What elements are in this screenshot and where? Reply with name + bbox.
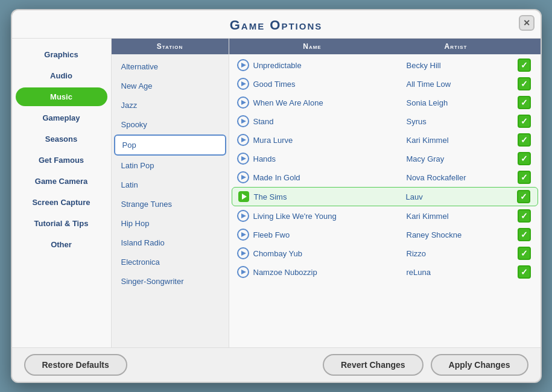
track-name: Good Times (253, 80, 407, 89)
track-checkbox[interactable]: ✓ (515, 190, 533, 203)
checkbox-checked: ✓ (518, 265, 531, 279)
revert-changes-button[interactable]: Revert Changes (323, 354, 424, 376)
track-checkbox[interactable]: ✓ (515, 209, 533, 223)
station-item-singer-songwriter[interactable]: Singer-Songwriter (114, 272, 226, 291)
footer-right: Revert Changes Apply Changes (323, 354, 528, 376)
play-icon (236, 228, 250, 241)
track-name: Unpredictable (253, 61, 407, 70)
track-name: Mura Lurve (253, 136, 407, 145)
track-name: Fleeb Fwo (253, 230, 407, 239)
track-row[interactable]: Mura LurveKari Kimmel✓ (232, 131, 538, 149)
track-row[interactable]: Living Like We're YoungKari Kimmel✓ (232, 207, 538, 225)
station-item-spooky[interactable]: Spooky (114, 115, 226, 134)
svg-marker-11 (241, 156, 246, 161)
track-row[interactable]: Namzoe NubozzipreLuna✓ (232, 263, 538, 281)
dialog-footer: Restore Defaults Revert Changes Apply Ch… (12, 347, 541, 382)
col-artist-header: Artist (396, 39, 516, 54)
nav-item-get-famous[interactable]: Get Famous (16, 151, 107, 169)
track-artist: Kari Kimmel (407, 212, 515, 221)
track-artist: Lauv (406, 192, 515, 201)
nav-item-gameplay[interactable]: Gameplay (16, 109, 107, 127)
checkbox-checked: ✓ (518, 228, 531, 241)
checkbox-checked: ✓ (518, 209, 531, 223)
track-row[interactable]: UnpredictableBecky Hill✓ (232, 56, 538, 74)
track-artist: Rizzo (407, 249, 515, 258)
track-checkbox[interactable]: ✓ (515, 152, 533, 165)
game-options-dialog: Game Options ✕ GraphicsAudioMusicGamepla… (11, 9, 542, 383)
nav-item-other[interactable]: Other (16, 235, 107, 254)
station-item-latin-pop[interactable]: Latin Pop (114, 156, 226, 175)
left-nav: GraphicsAudioMusicGameplaySeasonsGet Fam… (12, 39, 112, 347)
track-name: Stand (253, 117, 407, 126)
nav-item-seasons[interactable]: Seasons (16, 130, 107, 148)
track-artist: Becky Hill (407, 61, 515, 70)
track-artist: Kari Kimmel (407, 136, 515, 145)
station-item-pop[interactable]: Pop (114, 134, 226, 156)
track-row[interactable]: Fleeb FwoRaney Shockne✓ (232, 226, 538, 244)
station-item-strange-tunes[interactable]: Strange Tunes (114, 195, 226, 213)
station-panel: Station AlternativeNew AgeJazzSpookyPopL… (112, 39, 229, 347)
track-name: Namzoe Nubozzip (253, 268, 407, 277)
track-name: Hands (253, 154, 407, 163)
track-name: The Sims (254, 192, 406, 201)
track-artist: Nova Rockafeller (407, 173, 515, 182)
svg-marker-13 (241, 175, 246, 180)
dialog-title: Game Options (12, 10, 541, 39)
col-name-header: Name (229, 39, 396, 54)
svg-marker-5 (241, 100, 246, 105)
track-artist: Raney Shockne (407, 230, 515, 239)
checkbox-checked: ✓ (518, 115, 531, 128)
svg-marker-7 (241, 119, 246, 124)
track-row[interactable]: StandSyrus✓ (232, 112, 538, 130)
restore-defaults-button[interactable]: Restore Defaults (24, 354, 127, 376)
play-icon (236, 115, 250, 128)
track-checkbox[interactable]: ✓ (515, 247, 533, 260)
track-artist: Macy Gray (407, 154, 515, 163)
tracks-header: Name Artist (229, 39, 541, 54)
track-row[interactable]: Good TimesAll Time Low✓ (232, 75, 538, 93)
track-artist: All Time Low (407, 80, 515, 89)
close-button[interactable]: ✕ (519, 15, 535, 31)
svg-marker-9 (241, 138, 246, 142)
station-item-hip-hop[interactable]: Hip Hop (114, 214, 226, 233)
nav-item-game-camera[interactable]: Game Camera (16, 172, 107, 191)
track-checkbox[interactable]: ✓ (515, 77, 533, 90)
checkbox-checked: ✓ (518, 247, 531, 260)
track-name: Living Like We're Young (253, 212, 407, 221)
track-row[interactable]: Chombay YubRizzo✓ (232, 244, 538, 262)
station-item-jazz[interactable]: Jazz (114, 96, 226, 115)
play-icon (236, 247, 250, 260)
track-row[interactable]: HandsMacy Gray✓ (232, 150, 538, 168)
apply-changes-button[interactable]: Apply Changes (431, 354, 528, 376)
track-checkbox[interactable]: ✓ (515, 265, 533, 279)
svg-marker-21 (241, 251, 246, 256)
col-check-header (516, 39, 541, 54)
checkbox-checked: ✓ (518, 171, 531, 184)
track-artist: Syrus (407, 117, 515, 126)
track-name: When We Are Alone (253, 98, 407, 107)
play-icon (236, 133, 250, 147)
station-item-new-age[interactable]: New Age (114, 77, 226, 95)
track-checkbox[interactable]: ✓ (515, 228, 533, 241)
track-checkbox[interactable]: ✓ (515, 58, 533, 72)
track-checkbox[interactable]: ✓ (515, 133, 533, 147)
nav-item-screen-capture[interactable]: Screen Capture (16, 193, 107, 212)
track-name: Chombay Yub (253, 249, 407, 258)
track-row[interactable]: The SimsLauv✓ (232, 187, 538, 206)
track-checkbox[interactable]: ✓ (515, 115, 533, 128)
station-item-island-radio[interactable]: Island Radio (114, 233, 226, 252)
nav-item-graphics[interactable]: Graphics (16, 45, 107, 64)
track-row[interactable]: When We Are AloneSonia Leigh✓ (232, 93, 538, 112)
nav-item-audio[interactable]: Audio (16, 66, 107, 85)
track-checkbox[interactable]: ✓ (515, 171, 533, 184)
station-panel-header: Station (112, 39, 229, 54)
tracks-panel: Name Artist UnpredictableBecky Hill✓Good… (229, 39, 541, 347)
station-item-alternative[interactable]: Alternative (114, 57, 226, 76)
station-item-electronica[interactable]: Electronica (114, 253, 226, 271)
nav-item-tutorial-&-tips[interactable]: Tutorial & Tips (16, 214, 107, 233)
track-checkbox[interactable]: ✓ (515, 96, 533, 109)
track-artist: reLuna (407, 268, 515, 277)
station-item-latin[interactable]: Latin (114, 175, 226, 194)
track-row[interactable]: Made In GoldNova Rockafeller✓ (232, 168, 538, 186)
nav-item-music[interactable]: Music (16, 87, 107, 106)
